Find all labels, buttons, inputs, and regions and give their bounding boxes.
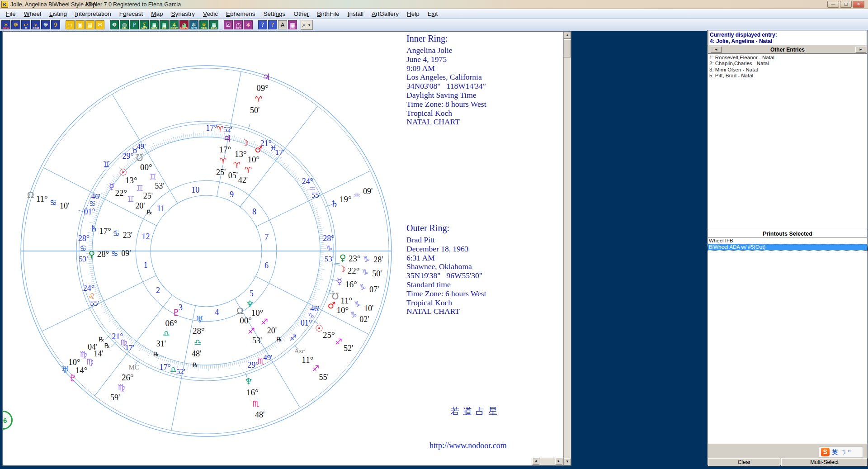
degree-tick bbox=[281, 162, 283, 165]
minimize-button[interactable]: — bbox=[827, 1, 839, 8]
compare-wheel-icon[interactable]: ➢COM bbox=[31, 20, 40, 29]
menu-item-forecast[interactable]: Forecast bbox=[115, 9, 147, 18]
clock-icon[interactable]: ◷SET bbox=[234, 20, 243, 29]
window-new-icon[interactable]: ▭ bbox=[66, 20, 75, 29]
sogou-input-icon[interactable]: S bbox=[821, 448, 830, 456]
menu-item-map[interactable]: Map bbox=[147, 9, 167, 18]
nine-wheel-icon[interactable]: 9 bbox=[51, 20, 60, 29]
degree-tick bbox=[316, 280, 320, 281]
degree-tick bbox=[305, 308, 308, 310]
scroll-right-arrow[interactable]: ► bbox=[555, 458, 562, 465]
outer-planet-jupiter: 50' bbox=[250, 106, 259, 115]
zoom-dropdown-arrow[interactable]: ▼ bbox=[307, 23, 311, 27]
help2-icon[interactable]: ? bbox=[268, 20, 277, 29]
degree-tick bbox=[314, 213, 317, 214]
new-wheel-icon[interactable]: ✶NEW bbox=[1, 20, 10, 29]
email-icon[interactable]: ✉ bbox=[95, 20, 104, 29]
green-wheel-icon[interactable]: ☸ bbox=[110, 20, 119, 29]
menu-item-ephemeris[interactable]: Ephemeris bbox=[222, 9, 259, 18]
wheel-pointer-icon[interactable]: ☸ bbox=[11, 20, 20, 29]
horizontal-scrollbar[interactable]: ◄ ► bbox=[532, 458, 563, 465]
atlas-wheel-icon[interactable]: ◍ATL bbox=[120, 20, 129, 29]
maximize-button[interactable]: ▢ bbox=[840, 1, 852, 8]
return-arrow-icon[interactable]: ↩R bbox=[21, 20, 30, 29]
degree-tick bbox=[319, 232, 323, 233]
listing3-icon[interactable]: ≣EPH bbox=[209, 20, 218, 29]
listing2-icon[interactable]: ≣INT bbox=[160, 20, 169, 29]
entry-list-item[interactable]: 3: Mimi Olsen - Natal bbox=[709, 67, 866, 73]
title-bar: K Jolie, Angelina BiWheel Style ADA Kepl… bbox=[0, 0, 868, 9]
degree-tick bbox=[106, 312, 109, 313]
menu-item-install[interactable]: Install bbox=[344, 9, 368, 18]
degree-tick bbox=[162, 142, 163, 145]
vertical-scrollbar[interactable]: ▲ ▼ bbox=[563, 32, 571, 465]
page-p-icon[interactable]: P bbox=[130, 20, 139, 29]
ime-language-bar[interactable]: S 英 ☽ ❜❜ bbox=[819, 446, 863, 458]
scrollbar-thumb[interactable] bbox=[564, 39, 571, 57]
degree-tick bbox=[180, 363, 181, 366]
om-icon[interactable]: ✵VED bbox=[199, 20, 208, 29]
inner-planet-moon: ☽ bbox=[241, 137, 249, 148]
cusp-label-12: 01° bbox=[84, 207, 95, 216]
printout-item[interactable]: BiWheel ADA w/ #5(Out) bbox=[708, 244, 867, 251]
menu-item-artgallery[interactable]: ArtGallery bbox=[368, 9, 403, 18]
burst-chart-icon[interactable]: ❋ bbox=[41, 20, 50, 29]
scroll-up-arrow[interactable]: ▲ bbox=[564, 32, 571, 39]
help-icon[interactable]: ? bbox=[258, 20, 267, 29]
menu-bar: FileWheelListingInterpretationForecastMa… bbox=[0, 9, 868, 19]
degree-tick bbox=[96, 202, 102, 204]
clear-button[interactable]: Clear bbox=[708, 458, 780, 466]
moon-sigma-icon[interactable]: ΣMPT bbox=[140, 20, 149, 29]
degree-tick bbox=[269, 347, 270, 350]
close-button[interactable]: ✕ bbox=[853, 1, 864, 8]
font-a-icon[interactable]: A bbox=[278, 20, 287, 29]
ime-moon-icon[interactable]: ☽ bbox=[839, 448, 847, 457]
degree-tick bbox=[97, 207, 100, 208]
outer-planet-moon: 50' bbox=[372, 269, 382, 278]
entries-scroll-right-button[interactable]: ► bbox=[855, 47, 866, 53]
multi-select-button[interactable]: Multi-Select bbox=[781, 458, 868, 466]
menu-item-synastry[interactable]: Synastry bbox=[167, 9, 199, 18]
degree-tick bbox=[92, 281, 96, 282]
degree-tick bbox=[290, 329, 292, 331]
entry-list-item[interactable]: 5: Pitt, Brad - Natal bbox=[709, 73, 866, 79]
degree-tick bbox=[315, 214, 318, 215]
scroll-down-arrow[interactable]: ▼ bbox=[564, 458, 571, 465]
menu-item-exit[interactable]: Exit bbox=[424, 9, 442, 18]
four-arrow-icon[interactable]: 4CRST bbox=[170, 20, 179, 29]
menu-item-settings[interactable]: Settings bbox=[259, 9, 290, 18]
window-save-icon[interactable]: ▣ bbox=[75, 20, 85, 29]
menu-item-listing[interactable]: Listing bbox=[45, 9, 71, 18]
menu-item-other[interactable]: Other bbox=[289, 9, 313, 18]
degree-tick bbox=[93, 217, 96, 218]
snowflake-icon[interactable]: ❄SYN bbox=[189, 20, 198, 29]
menu-item-vedic[interactable]: Vedic bbox=[199, 9, 222, 18]
menu-item-file[interactable]: File bbox=[2, 9, 20, 18]
page-copy-icon[interactable]: ▤ bbox=[85, 20, 94, 29]
info-line: 9:09 AM bbox=[406, 64, 486, 73]
entry-list-item[interactable]: 1: Roosevelt,Eleanor - Natal bbox=[709, 55, 866, 61]
listing-icon[interactable]: ≣SIST bbox=[150, 20, 159, 29]
ime-language-toggle[interactable]: 英 bbox=[832, 448, 838, 456]
menu-item-wheel[interactable]: Wheel bbox=[20, 9, 45, 18]
entry-list-item[interactable]: 2: Chaplin,Charles - Natal bbox=[709, 61, 866, 66]
map-globe-icon[interactable]: ◕HRPS bbox=[179, 20, 189, 29]
zoom-magnifier-button[interactable]: ⌕▼ bbox=[301, 20, 313, 30]
calculator-icon[interactable]: ▦CAL bbox=[288, 20, 297, 29]
degree-tick bbox=[286, 333, 288, 336]
menu-item-birthfile[interactable]: BirthFile bbox=[313, 9, 344, 18]
degree-tick bbox=[226, 364, 226, 367]
checkbox-icon[interactable]: ☑ bbox=[224, 20, 233, 29]
degree-tick bbox=[192, 134, 192, 137]
degree-tick bbox=[294, 324, 297, 327]
degree-tick bbox=[108, 315, 111, 317]
scroll-left-arrow[interactable]: ◄ bbox=[532, 458, 539, 465]
outer-planet-sun: 52' bbox=[344, 344, 353, 353]
menu-item-help[interactable]: Help bbox=[403, 9, 424, 18]
menu-item-interpretation[interactable]: Interpretation bbox=[71, 9, 115, 18]
printout-item[interactable]: Wheel IFB bbox=[708, 238, 867, 244]
art-palette-icon[interactable]: ✱ bbox=[244, 20, 253, 29]
ime-tool-icon[interactable]: ❜❜ bbox=[848, 450, 851, 455]
info-line: June 4, 1975 bbox=[406, 55, 486, 64]
house-number-2: 2 bbox=[156, 286, 160, 295]
